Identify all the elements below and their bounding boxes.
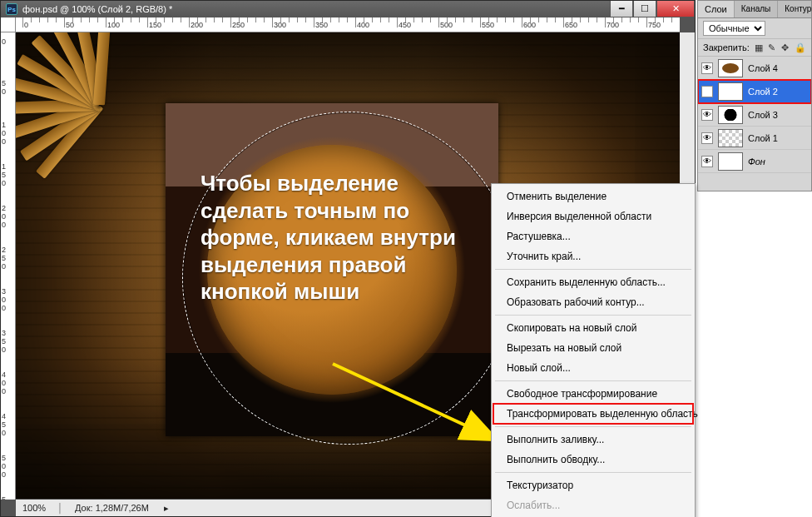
ruler-h-label: 750 bbox=[648, 21, 661, 29]
ruler-v-label: 250 bbox=[2, 246, 6, 271]
layer-row[interactable]: 👁Слой 1 bbox=[698, 127, 811, 150]
ruler-v-label: 500 bbox=[2, 454, 6, 479]
ruler-h-label: 100 bbox=[107, 21, 120, 29]
ruler-h-label: 400 bbox=[357, 21, 369, 29]
context-menu-item[interactable]: Новый слой... bbox=[493, 358, 693, 378]
lock-row: Закрепить: ▦ ✎ ✥ 🔒 bbox=[698, 39, 811, 57]
ruler-v-label: 300 bbox=[2, 287, 6, 312]
maximize-button[interactable]: ☐ bbox=[633, 1, 656, 17]
ruler-h-label: 700 bbox=[607, 21, 619, 29]
context-menu-item[interactable]: Образовать рабочий контур... bbox=[493, 292, 693, 312]
context-menu-item[interactable]: Отменить выделение bbox=[493, 186, 693, 206]
window-title: фон.psd @ 100% (Слой 2, RGB/8) * bbox=[22, 4, 172, 14]
visibility-toggle[interactable]: 👁 bbox=[701, 132, 713, 144]
context-menu-item[interactable]: Выполнить заливку... bbox=[493, 430, 693, 450]
panel-tabs: СлоиКаналыКонтуры bbox=[698, 1, 811, 18]
layer-row[interactable]: 👁Фон bbox=[698, 150, 811, 173]
layer-thumbnail[interactable] bbox=[718, 82, 743, 101]
context-menu-item[interactable]: Растушевка... bbox=[493, 226, 693, 246]
ruler-v-label: 200 bbox=[2, 204, 6, 229]
doc-size: Док: 1,28M/7,26M bbox=[75, 503, 149, 513]
ruler-h-label: 250 bbox=[232, 21, 245, 29]
layer-row[interactable]: 👁Слой 3 bbox=[698, 103, 811, 127]
ruler-v-label: 400 bbox=[2, 370, 6, 395]
context-menu-item[interactable]: Уточнить край... bbox=[493, 246, 693, 266]
title-bar[interactable]: Ps фон.psd @ 100% (Слой 2, RGB/8) * ━ ☐ … bbox=[1, 1, 695, 17]
layer-row[interactable]: 👁Слой 4 bbox=[698, 57, 811, 80]
ruler-h-label: 550 bbox=[482, 21, 494, 29]
blend-mode-row: Обычные bbox=[698, 18, 811, 39]
layer-thumbnail[interactable] bbox=[718, 59, 743, 77]
ruler-v-label: 150 bbox=[2, 162, 6, 187]
ruler-h-label: 300 bbox=[274, 21, 286, 29]
ruler-v-label: 550 bbox=[2, 495, 6, 500]
layers-panel: СлоиКаналыКонтуры Обычные Закрепить: ▦ ✎… bbox=[697, 0, 812, 191]
layers-list: 👁Слой 4👁Слой 2👁Слой 3👁Слой 1👁Фон bbox=[698, 57, 811, 191]
instruction-text: Чтобы выделение сделать точным по форме,… bbox=[201, 170, 483, 306]
lock-pixels-icon[interactable]: ▦ bbox=[755, 42, 763, 53]
minimize-button[interactable]: ━ bbox=[610, 1, 633, 17]
ruler-h-label: 200 bbox=[191, 21, 203, 29]
layer-thumbnail[interactable] bbox=[718, 106, 743, 124]
horizontal-ruler[interactable]: 0501001502002503003504004505005506006507… bbox=[16, 17, 680, 32]
visibility-toggle[interactable]: 👁 bbox=[701, 156, 713, 167]
layer-row[interactable]: 👁Слой 2 bbox=[698, 80, 811, 103]
app-icon: Ps bbox=[6, 3, 17, 15]
panel-tab[interactable]: Каналы bbox=[735, 1, 779, 17]
context-menu-item[interactable]: Выполнить обводку... bbox=[493, 450, 693, 470]
instruction-arrow bbox=[328, 359, 511, 450]
lock-brush-icon[interactable]: ✎ bbox=[768, 42, 776, 53]
ruler-h-label: 650 bbox=[565, 21, 577, 29]
ruler-v-label: 100 bbox=[2, 121, 6, 146]
ruler-origin[interactable] bbox=[1, 17, 16, 32]
ruler-h-label: 350 bbox=[315, 21, 328, 29]
layer-thumbnail[interactable] bbox=[718, 152, 743, 171]
lock-all-icon[interactable]: 🔒 bbox=[795, 42, 806, 53]
ruler-h-label: 0 bbox=[24, 21, 28, 29]
context-menu-item: Ослабить... bbox=[493, 495, 693, 515]
ruler-v-label: 0 bbox=[2, 37, 6, 46]
lock-label: Закрепить: bbox=[703, 42, 750, 52]
ruler-v-label: 450 bbox=[2, 412, 6, 437]
context-menu-item[interactable]: Скопировать на новый слой bbox=[493, 318, 693, 338]
layer-thumbnail[interactable] bbox=[718, 129, 743, 147]
close-button[interactable]: ✕ bbox=[656, 1, 695, 17]
visibility-toggle[interactable]: 👁 bbox=[701, 109, 713, 121]
ruler-v-label: 50 bbox=[2, 79, 6, 96]
ruler-h-label: 600 bbox=[523, 21, 536, 29]
vertical-ruler[interactable]: 050100150200250300350400450500550 bbox=[1, 32, 16, 500]
ruler-h-label: 450 bbox=[399, 21, 411, 29]
zoom-level[interactable]: 100% bbox=[22, 503, 46, 513]
ruler-v-label: 350 bbox=[2, 329, 6, 354]
layer-name[interactable]: Слой 3 bbox=[748, 110, 778, 120]
context-menu-item[interactable]: Сохранить выделенную область... bbox=[493, 272, 693, 292]
lock-move-icon[interactable]: ✥ bbox=[781, 42, 790, 53]
layer-name[interactable]: Слой 4 bbox=[748, 63, 778, 73]
layer-name[interactable]: Слой 1 bbox=[748, 133, 778, 143]
context-menu-item[interactable]: Инверсия выделенной области bbox=[493, 206, 693, 226]
context-menu-item[interactable]: Трансформировать выделенную область bbox=[493, 404, 693, 424]
context-menu-item[interactable]: Текстуризатор bbox=[493, 475, 693, 495]
ruler-h-label: 150 bbox=[149, 21, 161, 29]
panel-tab[interactable]: Контуры bbox=[778, 1, 812, 17]
context-menu-item[interactable]: Свободное трансформирование bbox=[493, 384, 693, 404]
chevron-right-icon[interactable]: ▸ bbox=[164, 503, 169, 514]
ruler-h-label: 500 bbox=[440, 21, 453, 29]
context-menu-item[interactable]: Вырезать на новый слой bbox=[493, 338, 693, 358]
blend-mode-select[interactable]: Обычные bbox=[703, 21, 765, 36]
context-menu: Отменить выделениеИнверсия выделенной об… bbox=[491, 183, 696, 517]
layer-name[interactable]: Фон bbox=[748, 157, 765, 167]
layer-name[interactable]: Слой 2 bbox=[748, 87, 778, 97]
panel-tab[interactable]: Слои bbox=[698, 1, 735, 17]
ruler-h-label: 50 bbox=[66, 21, 74, 29]
visibility-toggle[interactable]: 👁 bbox=[701, 62, 713, 74]
visibility-toggle[interactable]: 👁 bbox=[701, 86, 713, 97]
